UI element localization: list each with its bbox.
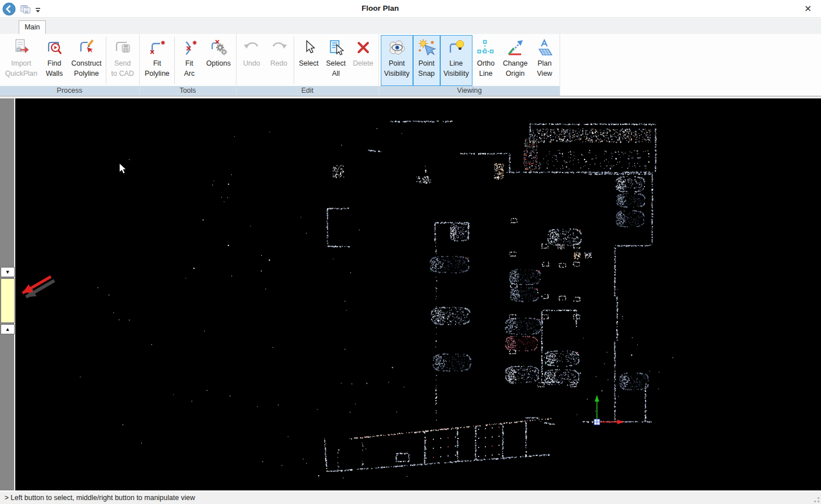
undo-label-1: Undo: [243, 58, 260, 68]
select-button[interactable]: Select: [295, 35, 323, 86]
options-button[interactable]: Options: [203, 35, 234, 86]
redo-button[interactable]: Redo: [265, 35, 293, 86]
redo-label-1: Redo: [270, 58, 287, 68]
ribbon-separator: [106, 37, 106, 84]
line-visibility-button[interactable]: LineVisibility: [440, 35, 472, 86]
fit-arc-button[interactable]: FitArc: [176, 35, 203, 86]
resize-grip[interactable]: [813, 496, 819, 502]
close-button[interactable]: ✕: [802, 3, 814, 15]
ortho-line-label-1: Ortho: [477, 58, 495, 68]
line-visibility-label-1: Line: [449, 58, 463, 68]
close-icon: ✕: [804, 4, 811, 14]
point-snap-icon: [416, 38, 437, 58]
options-label-1: Options: [207, 58, 231, 68]
import-quickplan-button[interactable]: ImportQuickPlan: [2, 35, 41, 86]
change-origin-button[interactable]: ChangeOrigin: [500, 35, 531, 86]
import-quickplan-label-1: Import: [11, 58, 31, 68]
change-origin-icon: [505, 38, 526, 58]
select-icon: [299, 38, 319, 58]
point-snap-label-1: Point: [418, 58, 435, 68]
change-origin-label-1: Change: [503, 58, 528, 68]
ortho-line-button[interactable]: OrthoLine: [472, 35, 500, 86]
point-visibility-label-2: Visibility: [384, 68, 410, 79]
ribbon-group-caption-viewing: Viewing: [379, 86, 560, 96]
undo-button[interactable]: Undo: [238, 35, 265, 86]
statusbar-text: > Left button to select, middle/right bu…: [5, 494, 195, 502]
point-snap-button[interactable]: PointSnap: [413, 35, 440, 86]
ortho-line-icon: [476, 38, 496, 58]
window-title: Floor Plan: [362, 4, 399, 12]
import-quickplan-label-2: QuickPlan: [5, 68, 37, 79]
fit-polyline-label-2: Polyline: [145, 68, 170, 79]
line-visibility-icon: [446, 38, 466, 58]
point-visibility-button[interactable]: PointVisibility: [381, 35, 413, 86]
construct-polyline-icon: [76, 38, 97, 58]
rail-thumb-highlight[interactable]: [1, 278, 15, 323]
back-button[interactable]: [2, 2, 16, 16]
ribbon-group-caption-process: Process: [0, 86, 139, 96]
fit-polyline-icon: [147, 38, 167, 58]
redo-icon: [269, 38, 289, 58]
find-walls-icon: [44, 38, 65, 58]
statusbar: > Left button to select, middle/right bu…: [0, 490, 821, 504]
ribbon-group-process: ImportQuickPlanFindWallsConstructPolylin…: [0, 34, 140, 96]
line-visibility-label-2: Visibility: [444, 68, 469, 79]
quick-access-save-button[interactable]: [19, 3, 32, 15]
fit-arc-label-2: Arc: [184, 68, 195, 79]
plan-view-label-1: Plan: [538, 58, 552, 68]
tab-main-label: Main: [24, 23, 40, 31]
ribbon-group-caption-edit: Edit: [237, 86, 379, 96]
send-to-cad-button[interactable]: Sendto CAD: [108, 35, 137, 86]
viewport-workspace: ▼ ▲: [0, 97, 821, 490]
ribbon-group-caption-tools: Tools: [140, 86, 236, 96]
app-window: Floor Plan ✕ Main ImportQuickPlanFindWal…: [0, 0, 821, 504]
ortho-line-label-2: Line: [479, 68, 493, 79]
construct-polyline-label-1: Construct: [71, 58, 102, 68]
rail-up-button[interactable]: ▲: [1, 324, 15, 334]
undo-icon: [242, 38, 262, 58]
import-quickplan-icon: [11, 38, 31, 58]
select-all-button[interactable]: SelectAll: [323, 35, 350, 86]
construct-polyline-button[interactable]: ConstructPolyline: [68, 35, 105, 86]
fit-arc-label-1: Fit: [186, 58, 194, 68]
options-icon: [208, 38, 229, 58]
select-all-label-2: All: [332, 68, 340, 79]
point-cloud-canvas[interactable]: [16, 100, 821, 492]
quick-access-more-icon: [35, 6, 41, 15]
ribbon-separator: [294, 37, 294, 84]
select-all-label-1: Select: [326, 58, 346, 68]
rail-down-button[interactable]: ▼: [1, 267, 15, 277]
ribbon-group-viewing: PointVisibilityPointSnapLineVisibilityOr…: [379, 34, 561, 96]
send-to-cad-label-1: Send: [114, 58, 131, 68]
fit-polyline-button[interactable]: FitPolyline: [141, 35, 173, 86]
ribbon-separator: [174, 37, 175, 84]
fit-polyline-label-1: Fit: [153, 58, 161, 68]
send-to-cad-label-2: to CAD: [111, 68, 134, 79]
send-to-cad-icon: [113, 38, 133, 58]
point-visibility-label-1: Point: [389, 58, 405, 68]
fit-arc-icon: [179, 38, 200, 58]
plan-view-button[interactable]: PlanView: [531, 35, 558, 86]
plan-view-icon: [534, 38, 555, 58]
point-visibility-icon: [386, 38, 407, 58]
up-triangle-icon: ▲: [5, 326, 10, 332]
find-walls-label-2: Walls: [46, 68, 63, 79]
down-triangle-icon: ▼: [5, 269, 10, 275]
point-snap-label-2: Snap: [418, 68, 435, 79]
delete-button[interactable]: Delete: [350, 35, 377, 86]
select-all-icon: [326, 38, 346, 58]
ribbon-group-tools: FitPolylineFitArcOptionsTools: [140, 34, 237, 96]
find-walls-button[interactable]: FindWalls: [41, 35, 68, 86]
quick-access-more-button[interactable]: [35, 6, 41, 12]
ribbon: ImportQuickPlanFindWallsConstructPolylin…: [0, 34, 821, 97]
quick-access-save-icon: [19, 7, 32, 17]
find-walls-label-1: Find: [48, 58, 61, 68]
change-origin-label-2: Origin: [506, 68, 525, 79]
ribbon-tab-row: Main: [0, 19, 821, 34]
plan-view-label-2: View: [537, 68, 552, 79]
titlebar: Floor Plan ✕: [0, 0, 821, 18]
construct-polyline-label-2: Polyline: [74, 68, 99, 79]
delete-icon: [353, 38, 373, 58]
delete-label-1: Delete: [353, 58, 373, 68]
tab-main[interactable]: Main: [19, 20, 46, 34]
